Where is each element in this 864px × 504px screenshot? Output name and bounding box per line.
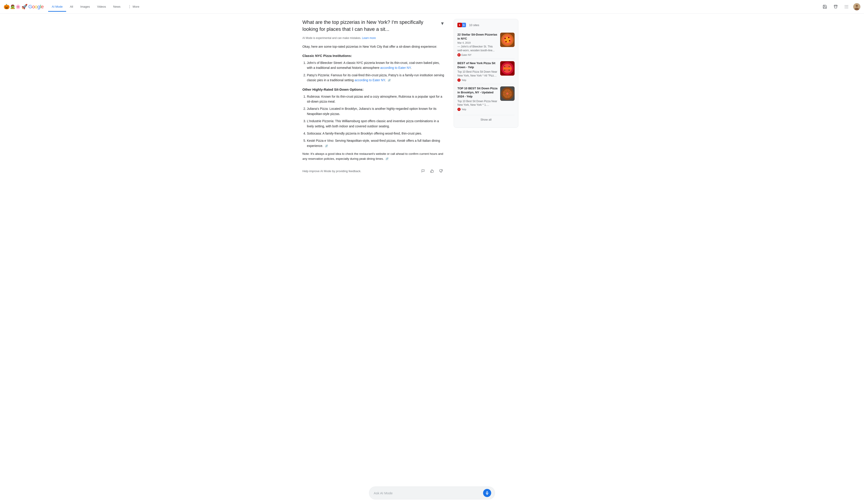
source-logos: E G [457,23,466,27]
source-thumbnail-1 [500,33,515,47]
right-panel: E G 10 sites 22 Stellar Sit-Down Pizzeri… [450,19,522,175]
section-heading-2: Other Highly-Rated Sit-Down Options: [302,87,445,92]
svg-point-0 [845,5,845,5]
logo-area: 🎃 🧟 🌸 🚀 Google [3,4,44,10]
svg-point-5 [848,6,848,7]
tab-news[interactable]: News [110,2,124,12]
list-item: John's of Bleecker Street: A classic NYC… [307,60,445,70]
tab-more[interactable]: ⋮ More [124,2,143,12]
source-item-3-name: Yelp [461,108,466,111]
source-link-icon-2[interactable]: 🔗 [325,144,328,147]
source-link-icon[interactable]: 🔗 [388,79,391,82]
svg-point-19 [509,40,510,41]
list-item: Kesté Pizza e Vino: Serving Neapolitan-s… [307,138,445,148]
svg-point-17 [504,38,506,39]
source-item-2-desc: Top 10 Best Pizza Sit Down Near New York… [457,70,498,77]
source-count: 10 sites [469,23,479,27]
svg-point-25 [504,66,505,67]
source-item-1-name: Eater NY [461,53,472,56]
ai-response: Okay, here are some top-rated pizzerias … [302,44,445,161]
source-item-2-content: BEST of New York Pizza Sit Down - Yelp T… [457,61,498,82]
svg-rect-24 [503,68,512,69]
list-item: Juliana's Pizza: Located in Brooklyn, Ju… [307,106,445,116]
svg-point-16 [504,37,511,43]
source-item-1-desc: — John's of Bleecker St. This well-worn,… [457,45,498,52]
expand-query-icon[interactable]: ▼ [440,20,445,26]
list-item: L'Industrie Pizzeria: This Williamsburg … [307,119,445,129]
logo-text: Google [28,4,44,10]
svg-point-7 [846,8,847,8]
source-link-note[interactable]: 🔗 [385,157,388,160]
source-item-2-footer: Y Yelp [457,79,498,82]
source-card-header: E G 10 sites [457,23,515,27]
section-heading-1: Classic NYC Pizza Institutions: [302,53,445,59]
eater-ny-link-2[interactable]: according to Eater NY [355,78,385,82]
tab-all[interactable]: All [66,2,76,12]
source-item-1-footer: E Eater NY [457,53,498,57]
source-thumbnail-3 [500,86,515,101]
source-item-3-content: TOP 10 BEST Sit Down Pizza in Brooklyn, … [457,86,498,111]
yelp-favicon-1: Y [457,79,460,82]
other-options-list: Rubirosa: Known for its thin-crust pizza… [302,94,445,148]
doodle-emoji-1: 🎃 [3,4,10,10]
doodle-emoji-3: 🌸 [15,4,21,9]
source-card: E G 10 sites 22 Stellar Sit-Down Pizzeri… [454,19,518,128]
tab-videos[interactable]: Videos [94,2,110,12]
tab-images[interactable]: Images [77,2,94,12]
query-section: What are the top pizzerias in New York? … [302,19,445,33]
source-item-3[interactable]: TOP 10 BEST Sit Down Pizza in Brooklyn, … [457,84,515,113]
source-item-2-name: Yelp [461,79,466,82]
svg-point-6 [845,8,845,8]
svg-point-26 [508,66,510,67]
source-item-2-title: BEST of New York Pizza Sit Down - Yelp [457,61,498,69]
logo-doodle: 🎃 🧟 🌸 [3,4,21,10]
header-right [821,3,861,11]
yelp-favicon-2: Y [457,108,460,111]
main-container: What are the top pizzerias in New York? … [297,13,567,188]
tab-ai-mode[interactable]: AI Mode [48,2,66,12]
svg-point-3 [845,6,845,7]
show-all-button[interactable]: Show all [457,115,515,124]
feedback-flag-icon[interactable] [419,167,427,175]
list-item: Sottocasa: A family-friendly pizzeria in… [307,131,445,136]
svg-point-18 [508,37,509,38]
feedback-thumbsdown-icon[interactable] [437,167,445,175]
source-item-1-title: 22 Stellar Sit-Down Pizzerias in NYC [457,33,498,41]
source-item-3-footer: Y Yelp [457,108,498,111]
list-item: Rubirosa: Known for its thin-crust pizza… [307,94,445,104]
source-thumbnail-2 [500,61,515,75]
feedback-row: Help improve AI Mode by providing feedba… [302,167,445,175]
svg-point-4 [846,6,847,7]
eater-ny-link-1[interactable]: according to Eater NY [380,66,411,70]
source-item-3-title: TOP 10 BEST Sit Down Pizza in Brooklyn, … [457,86,498,99]
svg-point-1 [846,5,847,5]
response-intro: Okay, here are some top-rated pizzerias … [302,44,445,49]
apps-icon-button[interactable] [842,3,851,11]
svg-point-8 [848,8,848,8]
query-display: What are the top pizzerias in New York? … [302,19,445,33]
svg-point-10 [856,5,858,7]
classic-institutions-list: John's of Bleecker Street: A classic NYC… [302,60,445,83]
source-item-2[interactable]: BEST of New York Pizza Sit Down - Yelp T… [457,59,515,84]
labs-icon-button[interactable] [832,3,840,11]
google-logo: G [461,23,466,27]
more-dots-icon: ⋮ [128,4,131,9]
save-icon-button[interactable] [821,3,829,11]
user-avatar[interactable] [853,3,861,10]
svg-point-20 [505,41,507,42]
source-item-1[interactable]: 22 Stellar Sit-Down Pizzerias in NYC Mar… [457,31,515,59]
source-item-3-desc: Top 10 Best Sit Down Pizza Near New York… [457,99,498,107]
list-item: Patsy's Pizzeria: Famous for its coal-fi… [307,73,445,83]
source-item-1-content: 22 Stellar Sit-Down Pizzerias in NYC Mar… [457,33,498,57]
svg-point-2 [848,5,848,5]
left-panel: What are the top pizzerias in New York? … [297,19,450,175]
svg-point-27 [504,70,505,71]
doodle-emoji-2: 🧟 [10,4,15,9]
query-text-content: What are the top pizzerias in New York? … [302,19,438,33]
feedback-thumbsup-icon[interactable] [429,167,435,175]
learn-more-link[interactable]: Learn more [362,36,376,40]
eater-favicon: E [457,53,460,57]
feedback-text: Help improve AI Mode by providing feedba… [302,169,417,173]
source-item-1-date: Mar 4, 2019 [457,41,498,44]
logo-rocket: 🚀 [21,4,27,10]
